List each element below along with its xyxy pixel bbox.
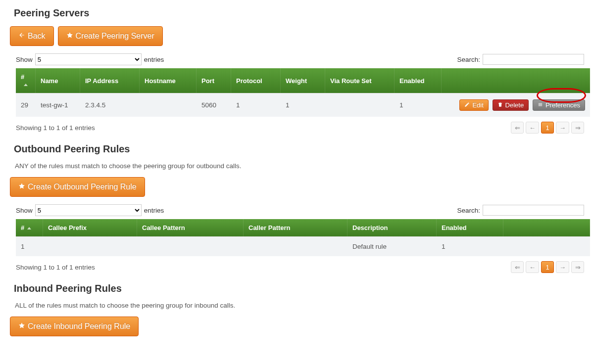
page-first-button[interactable]: ⇐ [511, 261, 524, 273]
sort-asc-icon [27, 227, 31, 229]
outbound-rules-title: Outbound Peering Rules [14, 143, 589, 155]
star-icon [66, 32, 73, 41]
table-row: 1 Default rule 1 [16, 236, 590, 256]
page-last-button[interactable]: ⇒ [571, 261, 584, 273]
cell-callee-pattern [137, 236, 244, 256]
delete-button[interactable]: Delete [493, 99, 529, 111]
page-prev-button[interactable]: ← [526, 261, 539, 273]
cell-caller-pattern [244, 236, 347, 256]
edit-icon [464, 101, 470, 109]
inbound-rules-title: Inbound Peering Rules [14, 283, 589, 294]
show-label: Show [16, 207, 33, 214]
col-hostname[interactable]: Hostname [140, 68, 197, 93]
entries-label: entries [144, 56, 164, 63]
col-callee-prefix[interactable]: Callee Prefix [43, 219, 137, 236]
create-peering-server-label: Create Peering Server [76, 32, 154, 41]
cell-description: Default rule [347, 236, 437, 256]
create-outbound-rule-button[interactable]: Create Outbound Peering Rule [10, 177, 145, 197]
col-actions [503, 219, 590, 236]
col-id[interactable]: # [16, 219, 43, 236]
create-inbound-rule-label: Create Inbound Peering Rule [28, 322, 130, 331]
search-input[interactable] [483, 54, 584, 65]
section-peering-servers: Peering Servers Back Create Peering Serv… [5, 7, 589, 134]
col-caller-pattern[interactable]: Caller Pattern [244, 219, 347, 236]
cell-protocol: 1 [231, 93, 281, 117]
cell-via [325, 93, 395, 117]
preferences-label: Preferences [545, 101, 580, 109]
back-button[interactable]: Back [10, 26, 54, 46]
col-callee-pattern[interactable]: Callee Pattern [137, 219, 244, 236]
section-outbound-rules: Outbound Peering Rules ANY of the rules … [5, 143, 589, 273]
cell-ip: 2.3.4.5 [80, 93, 140, 117]
table-row: 29 test-gw-1 2.3.4.5 5060 1 1 1 Edit Del… [16, 93, 590, 117]
create-outbound-rule-label: Create Outbound Peering Rule [28, 182, 137, 191]
edit-button[interactable]: Edit [459, 99, 488, 111]
show-label: Show [16, 56, 33, 63]
col-port[interactable]: Port [197, 68, 231, 93]
col-protocol[interactable]: Protocol [231, 68, 281, 93]
delete-label: Delete [505, 101, 524, 109]
search-label: Search: [457, 207, 480, 214]
star-icon [18, 182, 25, 191]
search-label: Search: [457, 56, 480, 63]
outbound-rules-table: # Callee Prefix Callee Pattern Caller Pa… [16, 219, 590, 256]
table-header-row: # Name IP Address Hostname Port Protocol… [16, 68, 590, 93]
pagination: ⇐ ← 1 → ⇒ [511, 261, 584, 273]
create-peering-server-button[interactable]: Create Peering Server [58, 26, 163, 46]
cell-weight: 1 [281, 93, 325, 117]
page-last-button[interactable]: ⇒ [571, 122, 584, 134]
col-name[interactable]: Name [36, 68, 80, 93]
cell-id: 29 [16, 93, 36, 117]
sort-asc-icon [24, 84, 28, 86]
cell-enabled: 1 [437, 236, 503, 256]
cell-callee-prefix [43, 236, 137, 256]
cell-port: 5060 [197, 93, 231, 117]
table-header-row: # Callee Prefix Callee Pattern Caller Pa… [16, 219, 590, 236]
pagination: ⇐ ← 1 → ⇒ [511, 122, 584, 134]
back-button-label: Back [28, 32, 46, 41]
col-via[interactable]: Via Route Set [325, 68, 395, 93]
preferences-button[interactable]: Preferences [533, 99, 585, 111]
col-id[interactable]: # [16, 68, 36, 93]
cell-actions [503, 236, 590, 256]
entries-label: entries [144, 207, 164, 214]
table-info: Showing 1 to 1 of 1 entries [16, 124, 95, 132]
page-1-button[interactable]: 1 [541, 122, 554, 134]
cell-name: test-gw-1 [36, 93, 80, 117]
cell-actions: Edit Delete Preferences [442, 93, 590, 117]
cell-enabled: 1 [395, 93, 442, 117]
list-icon [538, 101, 543, 109]
arrow-left-icon [18, 32, 25, 41]
col-description[interactable]: Description [347, 219, 437, 236]
cell-hostname [140, 93, 197, 117]
create-inbound-rule-button[interactable]: Create Inbound Peering Rule [10, 317, 139, 336]
col-actions [442, 68, 590, 93]
page-1-button[interactable]: 1 [541, 261, 554, 273]
page-first-button[interactable]: ⇐ [511, 122, 524, 134]
trash-icon [497, 101, 503, 109]
inbound-subtext: ALL of the rules must match to choose th… [15, 302, 589, 309]
peering-servers-table: # Name IP Address Hostname Port Protocol… [16, 68, 590, 117]
col-ip[interactable]: IP Address [80, 68, 140, 93]
col-enabled[interactable]: Enabled [437, 219, 503, 236]
show-entries-select[interactable]: 5 [35, 204, 142, 216]
section-inbound-rules: Inbound Peering Rules ALL of the rules m… [5, 283, 589, 336]
edit-label: Edit [472, 101, 483, 109]
table-info: Showing 1 to 1 of 1 entries [16, 264, 95, 271]
col-weight[interactable]: Weight [281, 68, 325, 93]
page-prev-button[interactable]: ← [526, 122, 539, 134]
show-entries-select[interactable]: 5 [35, 53, 142, 65]
search-input[interactable] [483, 205, 584, 216]
star-icon [18, 322, 25, 331]
peering-servers-title: Peering Servers [14, 7, 589, 19]
outbound-subtext: ANY of the rules must match to choose th… [15, 162, 589, 170]
cell-id: 1 [16, 236, 43, 256]
page-next-button[interactable]: → [556, 261, 569, 273]
col-enabled[interactable]: Enabled [395, 68, 442, 93]
page-next-button[interactable]: → [556, 122, 569, 134]
